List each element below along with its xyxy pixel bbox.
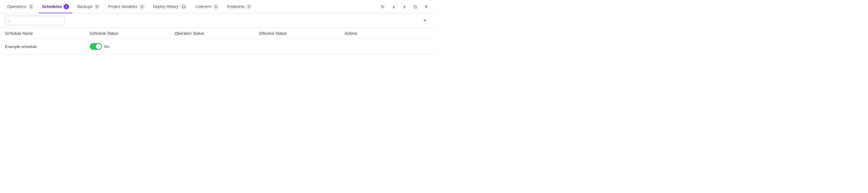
tab-listeners[interactable]: Listeners0 [192,0,222,13]
tab-project-variables[interactable]: Project Variables0 [104,0,148,13]
table-header: Schedule NameSchedule StatusOperation St… [0,28,434,39]
schedules-table: Schedule NameSchedule StatusOperation St… [0,28,434,54]
maximize-button[interactable]: ⊡ [411,2,420,11]
tab-badge-backups: 0 [94,4,100,9]
tab-badge-listeners: 0 [213,4,218,9]
toggle-slider [90,43,102,50]
tab-label-deploy-history: Deploy History [153,4,179,9]
chevron-down-button[interactable]: ∨ [400,2,409,11]
tab-backups[interactable]: Backups0 [74,0,103,13]
search-input[interactable] [12,19,62,23]
tab-label-operations: Operations [7,4,27,9]
tab-badge-endpoints: 2 [246,4,252,9]
chevron-up-button[interactable]: ∧ [390,2,398,11]
tab-operations[interactable]: Operations2 [4,0,37,13]
tab-schedules[interactable]: Schedules1 [38,0,73,13]
add-button[interactable]: + [421,16,429,25]
tab-bar-actions: ↻ ∧ ∨ ⊡ ✕ [378,2,430,11]
header-operation-status: Operation Status [175,31,259,35]
tab-label-project-variables: Project Variables [108,4,137,9]
tab-label-schedules: Schedules [42,4,62,9]
refresh-button[interactable]: ↻ [378,2,387,11]
tab-badge-project-variables: 0 [139,4,145,9]
schedule-status-cell: On [90,43,175,50]
toggle-container: On [90,43,175,50]
header-schedule-name: Schedule Name [5,31,90,35]
tab-bar: Operations2Schedules1Backups0Project Var… [0,0,434,13]
tab-deploy-history[interactable]: Deploy History11 [150,0,191,13]
tab-badge-schedules: 1 [64,4,69,9]
tab-label-backups: Backups [78,4,93,9]
table-body: Example schedule On [0,39,434,54]
header-schedule-status: Schedule Status [90,31,175,35]
header-actions: Actions [344,31,429,35]
schedule-toggle[interactable] [90,43,102,50]
toolbar: ⌕ + [0,13,434,28]
search-box[interactable]: ⌕ [5,16,65,25]
tab-endpoints[interactable]: Endpoints2 [223,0,255,13]
toggle-label: On [104,44,110,49]
close-button[interactable]: ✕ [422,2,430,11]
tab-badge-operations: 2 [28,4,34,9]
schedule-name: Example schedule [5,44,90,49]
search-icon: ⌕ [8,19,10,23]
tab-label-endpoints: Endpoints [227,4,244,9]
table-row: Example schedule On [0,39,434,54]
tab-badge-deploy-history: 11 [180,4,187,9]
header-effective-status: Effective Status [259,31,344,35]
tab-label-listeners: Listeners [195,4,212,9]
